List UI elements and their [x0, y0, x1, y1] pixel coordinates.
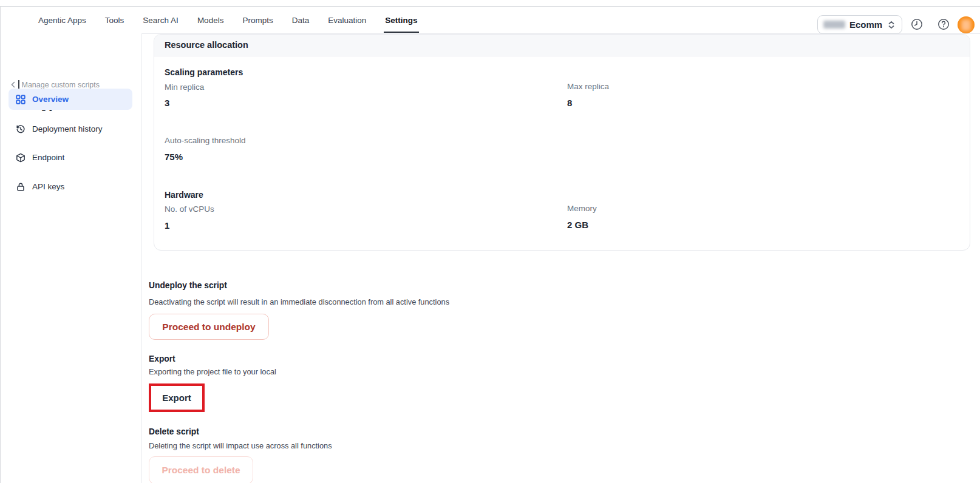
workspace-selected-label: Ecomm	[849, 19, 882, 30]
proceed-to-undeploy-button[interactable]: Proceed to undeploy	[149, 314, 269, 340]
proceed-to-delete-button[interactable]: Proceed to delete	[149, 456, 253, 483]
nav-item-data[interactable]: Data	[292, 7, 310, 33]
nav-item-agentic-apps[interactable]: Agentic Apps	[38, 7, 86, 33]
sidebar-item-label: Endpoint	[32, 153, 64, 162]
vcpus-label: No. of vCPUs	[165, 204, 214, 214]
cube-icon	[16, 153, 26, 163]
min-replica-value: 3	[165, 98, 169, 108]
lock-icon	[16, 182, 26, 192]
card-title: Resource allocation	[165, 40, 248, 50]
nav-item-prompts[interactable]: Prompts	[242, 7, 273, 33]
text-caret-artifact	[18, 80, 19, 89]
min-replica-label: Min replica	[165, 83, 204, 92]
workspace-name-blurred	[823, 21, 845, 29]
back-link-label: Manage custom scripts	[22, 81, 100, 89]
memory-value: 2 GB	[567, 220, 588, 230]
workspace-switcher[interactable]: Ecomm	[817, 15, 902, 34]
avatar-blur	[961, 19, 971, 31]
resource-allocation-card: Resource allocation Scaling parameters M…	[154, 34, 970, 251]
scaling-parameters-heading: Scaling parameters	[165, 67, 243, 77]
auto-scaling-threshold-value: 75%	[165, 152, 183, 162]
memory-label: Memory	[567, 204, 597, 213]
vcpus-value: 1	[165, 220, 169, 231]
export-section-description: Exporting the project file to your local	[149, 367, 276, 376]
nav-item-models[interactable]: Models	[197, 7, 224, 33]
clock-icon[interactable]	[910, 18, 924, 31]
sidebar-item-overview[interactable]: Overview	[9, 89, 132, 110]
back-to-manage-scripts[interactable]: Manage custom scripts	[10, 80, 100, 89]
sidebar-item-endpoint[interactable]: Endpoint	[9, 147, 132, 168]
sidebar-item-api-keys[interactable]: API keys	[9, 176, 132, 197]
grid-icon	[16, 95, 26, 104]
nav-item-search-ai[interactable]: Search AI	[143, 7, 179, 33]
auto-scaling-threshold-label: Auto-scaling threshold	[165, 136, 246, 145]
delete-section-description: Deleting the script will impact use acro…	[149, 441, 332, 450]
up-down-chevron-icon	[886, 20, 896, 30]
card-header: Resource allocation	[154, 35, 970, 56]
undeploy-section-description: Deactivating the script will result in a…	[149, 297, 449, 306]
primary-nav: Agentic Apps Tools Search AI Models Prom…	[38, 7, 418, 33]
nav-item-evaluation[interactable]: Evaluation	[328, 7, 366, 33]
sidebar-item-deployment-history[interactable]: Deployment history	[9, 118, 132, 140]
export-button[interactable]: Export	[162, 393, 191, 403]
chevron-left-icon	[10, 81, 16, 89]
settings-sidebar: Manage custom scripts BankingQ2 Overview…	[1, 33, 142, 483]
user-avatar[interactable]	[958, 16, 975, 33]
sidebar-item-label: API keys	[32, 182, 64, 191]
max-replica-value: 8	[567, 98, 572, 108]
app-window: Agentic Apps Tools Search AI Models Prom…	[0, 0, 980, 483]
nav-item-settings[interactable]: Settings	[385, 7, 417, 33]
undeploy-section-title: Undeploy the script	[149, 281, 227, 290]
sidebar-item-label: Deployment history	[32, 124, 103, 133]
red-annotation-box: Export	[149, 383, 205, 412]
help-icon[interactable]	[937, 18, 950, 31]
sidebar-item-label: Overview	[32, 95, 69, 104]
history-icon	[16, 124, 26, 134]
max-replica-label: Max replica	[567, 82, 609, 91]
nav-item-tools[interactable]: Tools	[105, 7, 124, 33]
delete-section-title: Delete script	[149, 427, 199, 436]
top-navigation-bar: Agentic Apps Tools Search AI Models Prom…	[1, 7, 980, 34]
export-section-title: Export	[149, 354, 175, 363]
hardware-heading: Hardware	[165, 190, 203, 200]
